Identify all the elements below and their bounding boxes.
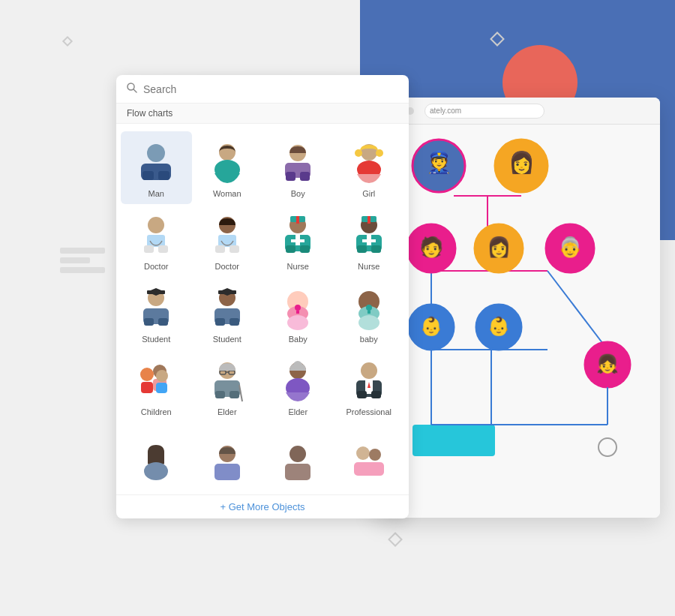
icon-item-doctor-m[interactable]: Doctor (121, 204, 192, 277)
icon-item-man2[interactable] (192, 433, 263, 494)
svg-rect-122 (285, 464, 310, 480)
svg-rect-49 (144, 245, 154, 253)
search-input[interactable] (143, 83, 398, 95)
icon-label-elder-m: Elder (218, 407, 237, 416)
svg-point-118 (144, 462, 168, 480)
icon-item-woman2[interactable] (121, 433, 192, 494)
icon-item-baby-f[interactable]: baby (334, 277, 405, 350)
svg-rect-70 (357, 245, 367, 253)
icon-label-nurse-m: Nurse (287, 262, 309, 271)
student-m-avatar (131, 283, 181, 332)
search-icon (127, 83, 137, 95)
svg-rect-71 (371, 245, 381, 253)
svg-point-93 (358, 315, 380, 330)
svg-rect-63 (300, 245, 310, 253)
icon-item-boy[interactable]: Boy (262, 131, 334, 204)
svg-rect-92 (368, 311, 370, 314)
svg-point-43 (355, 149, 362, 157)
icon-item-elder-f[interactable]: Elder (262, 350, 334, 422)
browser-content: 👮 👩 🧑 👩 👵 👶 👶 👧 (375, 125, 660, 518)
icon-item-children[interactable]: Children (121, 350, 192, 422)
svg-rect-97 (141, 382, 153, 393)
svg-rect-87 (296, 311, 299, 314)
baby-m-avatar (273, 283, 322, 332)
icon-label-baby-m: Baby (289, 335, 308, 344)
svg-rect-116 (371, 391, 381, 398)
svg-rect-25 (412, 425, 495, 456)
icon-label-woman: Woman (213, 189, 242, 198)
icon-item-family[interactable] (334, 433, 405, 494)
browser-toolbar: ately.com (375, 98, 660, 125)
woman-avatar (202, 137, 252, 187)
icon-item-baby-m[interactable]: Baby (262, 277, 334, 350)
browser-url-bar: ately.com (424, 104, 544, 119)
icon-item-student-m[interactable]: Student (121, 277, 192, 350)
icon-item-nurse-m[interactable]: Nurse (262, 204, 334, 277)
icon-label-student-f: Student (213, 335, 242, 344)
svg-text:👶: 👶 (420, 315, 442, 337)
svg-rect-55 (230, 245, 239, 253)
svg-rect-106 (230, 391, 239, 398)
woman2-avatar (131, 439, 181, 488)
svg-text:👵: 👵 (558, 235, 583, 259)
icon-item-student-f[interactable]: Student (192, 277, 263, 350)
svg-rect-34 (142, 171, 154, 180)
elder-f-avatar (273, 356, 322, 405)
icon-item-woman[interactable]: Woman (192, 131, 263, 204)
svg-point-98 (156, 370, 168, 382)
svg-rect-35 (158, 171, 170, 180)
svg-line-5 (548, 271, 608, 350)
svg-rect-69 (362, 239, 376, 242)
icon-item-man3[interactable] (262, 433, 334, 494)
icon-item-elder-m[interactable]: Elder (192, 350, 263, 422)
svg-rect-62 (286, 245, 296, 253)
left-bar-1 (60, 248, 105, 254)
student-f-avatar (202, 283, 252, 332)
icon-item-man[interactable]: Man (121, 131, 192, 204)
icon-item-nurse-f[interactable]: Nurse (334, 204, 405, 277)
icon-label-elder-f: Elder (288, 407, 308, 416)
icon-label-children: Children (141, 407, 172, 416)
svg-point-96 (140, 368, 154, 381)
svg-rect-83 (230, 318, 239, 326)
elder-m-avatar (202, 356, 252, 405)
category-label: Flow charts (116, 104, 409, 124)
svg-point-123 (356, 446, 370, 460)
left-bar-3 (60, 267, 105, 273)
svg-rect-50 (158, 245, 168, 253)
icon-item-doctor-f[interactable]: Doctor (192, 204, 263, 277)
icon-label-nurse-f: Nurse (358, 262, 380, 271)
svg-text:👮: 👮 (426, 150, 452, 175)
icon-label-doctor-f: Doctor (215, 262, 239, 271)
svg-text:👩: 👩 (508, 150, 535, 175)
svg-point-32 (147, 144, 165, 162)
man2-avatar (202, 439, 252, 488)
svg-point-124 (369, 449, 381, 461)
svg-text:👶: 👶 (488, 315, 510, 337)
get-more-objects-link[interactable]: + Get More Objects (116, 494, 409, 518)
svg-point-46 (148, 217, 164, 233)
svg-point-44 (376, 149, 383, 157)
svg-rect-76 (144, 318, 154, 326)
man3-avatar (273, 439, 322, 488)
search-bar (116, 75, 409, 104)
left-bar-2 (60, 257, 90, 263)
svg-point-111 (361, 362, 377, 379)
left-decorative-bars (60, 248, 105, 277)
icon-item-girl[interactable]: Girl (334, 131, 405, 204)
man-avatar (131, 137, 181, 187)
svg-rect-41 (300, 172, 310, 181)
icons-grid: Man Woman (116, 124, 409, 430)
svg-rect-61 (291, 239, 304, 242)
svg-rect-40 (286, 172, 296, 181)
partial-icons-row (116, 430, 409, 494)
icon-label-baby-f: baby (360, 335, 378, 344)
professional-avatar (344, 356, 394, 405)
svg-point-121 (290, 446, 306, 462)
icon-item-professional[interactable]: Professional (334, 350, 405, 422)
search-panel: Flow charts Man (116, 75, 409, 518)
svg-rect-105 (215, 391, 225, 398)
svg-text:👩: 👩 (487, 235, 512, 259)
svg-point-109 (293, 361, 302, 370)
svg-rect-99 (156, 383, 167, 393)
